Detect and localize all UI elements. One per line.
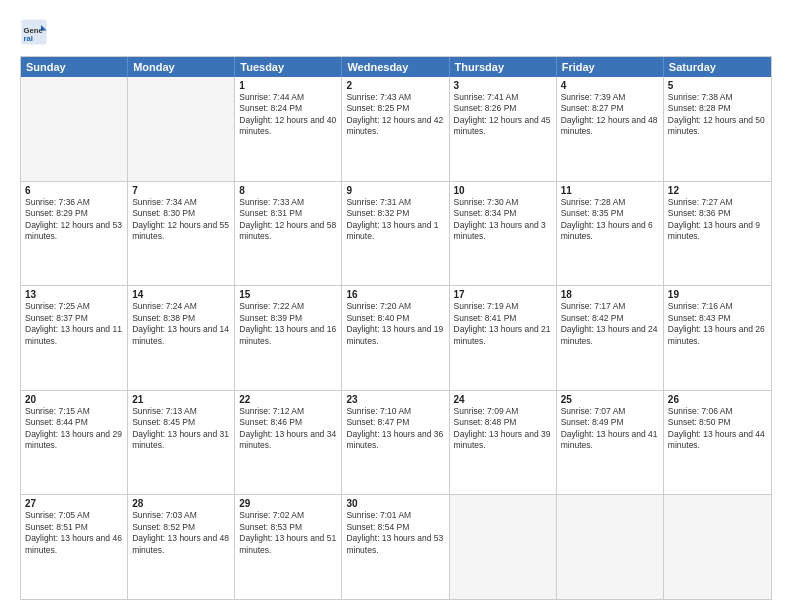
cal-cell: 10Sunrise: 7:30 AM Sunset: 8:34 PM Dayli… bbox=[450, 182, 557, 286]
day-number: 14 bbox=[132, 289, 230, 300]
cal-cell: 18Sunrise: 7:17 AM Sunset: 8:42 PM Dayli… bbox=[557, 286, 664, 390]
calendar-row-0: 1Sunrise: 7:44 AM Sunset: 8:24 PM Daylig… bbox=[21, 77, 771, 181]
cal-cell bbox=[128, 77, 235, 181]
cal-cell bbox=[21, 77, 128, 181]
cell-info: Sunrise: 7:25 AM Sunset: 8:37 PM Dayligh… bbox=[25, 301, 123, 347]
cal-cell: 30Sunrise: 7:01 AM Sunset: 8:54 PM Dayli… bbox=[342, 495, 449, 599]
cal-cell bbox=[557, 495, 664, 599]
calendar-row-4: 27Sunrise: 7:05 AM Sunset: 8:51 PM Dayli… bbox=[21, 494, 771, 599]
logo-icon: Gene ral bbox=[20, 18, 48, 46]
calendar-header-row: SundayMondayTuesdayWednesdayThursdayFrid… bbox=[21, 57, 771, 77]
cell-info: Sunrise: 7:16 AM Sunset: 8:43 PM Dayligh… bbox=[668, 301, 767, 347]
cal-cell: 23Sunrise: 7:10 AM Sunset: 8:47 PM Dayli… bbox=[342, 391, 449, 495]
cell-info: Sunrise: 7:12 AM Sunset: 8:46 PM Dayligh… bbox=[239, 406, 337, 452]
cal-cell: 14Sunrise: 7:24 AM Sunset: 8:38 PM Dayli… bbox=[128, 286, 235, 390]
cal-cell: 3Sunrise: 7:41 AM Sunset: 8:26 PM Daylig… bbox=[450, 77, 557, 181]
day-number: 2 bbox=[346, 80, 444, 91]
cell-info: Sunrise: 7:07 AM Sunset: 8:49 PM Dayligh… bbox=[561, 406, 659, 452]
cal-cell: 12Sunrise: 7:27 AM Sunset: 8:36 PM Dayli… bbox=[664, 182, 771, 286]
cell-info: Sunrise: 7:01 AM Sunset: 8:54 PM Dayligh… bbox=[346, 510, 444, 556]
calendar-body: 1Sunrise: 7:44 AM Sunset: 8:24 PM Daylig… bbox=[21, 77, 771, 599]
cal-cell: 22Sunrise: 7:12 AM Sunset: 8:46 PM Dayli… bbox=[235, 391, 342, 495]
cell-info: Sunrise: 7:39 AM Sunset: 8:27 PM Dayligh… bbox=[561, 92, 659, 138]
cal-cell: 28Sunrise: 7:03 AM Sunset: 8:52 PM Dayli… bbox=[128, 495, 235, 599]
cell-info: Sunrise: 7:33 AM Sunset: 8:31 PM Dayligh… bbox=[239, 197, 337, 243]
cell-info: Sunrise: 7:30 AM Sunset: 8:34 PM Dayligh… bbox=[454, 197, 552, 243]
header-day-friday: Friday bbox=[557, 57, 664, 77]
cal-cell: 11Sunrise: 7:28 AM Sunset: 8:35 PM Dayli… bbox=[557, 182, 664, 286]
cal-cell: 8Sunrise: 7:33 AM Sunset: 8:31 PM Daylig… bbox=[235, 182, 342, 286]
day-number: 24 bbox=[454, 394, 552, 405]
cell-info: Sunrise: 7:19 AM Sunset: 8:41 PM Dayligh… bbox=[454, 301, 552, 347]
day-number: 28 bbox=[132, 498, 230, 509]
cal-cell: 4Sunrise: 7:39 AM Sunset: 8:27 PM Daylig… bbox=[557, 77, 664, 181]
header-day-sunday: Sunday bbox=[21, 57, 128, 77]
svg-text:ral: ral bbox=[24, 34, 33, 43]
cal-cell bbox=[664, 495, 771, 599]
cal-cell: 20Sunrise: 7:15 AM Sunset: 8:44 PM Dayli… bbox=[21, 391, 128, 495]
cell-info: Sunrise: 7:22 AM Sunset: 8:39 PM Dayligh… bbox=[239, 301, 337, 347]
cal-cell: 2Sunrise: 7:43 AM Sunset: 8:25 PM Daylig… bbox=[342, 77, 449, 181]
cell-info: Sunrise: 7:09 AM Sunset: 8:48 PM Dayligh… bbox=[454, 406, 552, 452]
day-number: 4 bbox=[561, 80, 659, 91]
header-day-tuesday: Tuesday bbox=[235, 57, 342, 77]
cell-info: Sunrise: 7:24 AM Sunset: 8:38 PM Dayligh… bbox=[132, 301, 230, 347]
day-number: 12 bbox=[668, 185, 767, 196]
header-day-monday: Monday bbox=[128, 57, 235, 77]
cal-cell: 21Sunrise: 7:13 AM Sunset: 8:45 PM Dayli… bbox=[128, 391, 235, 495]
day-number: 8 bbox=[239, 185, 337, 196]
cell-info: Sunrise: 7:34 AM Sunset: 8:30 PM Dayligh… bbox=[132, 197, 230, 243]
day-number: 19 bbox=[668, 289, 767, 300]
cell-info: Sunrise: 7:27 AM Sunset: 8:36 PM Dayligh… bbox=[668, 197, 767, 243]
cell-info: Sunrise: 7:03 AM Sunset: 8:52 PM Dayligh… bbox=[132, 510, 230, 556]
cal-cell: 26Sunrise: 7:06 AM Sunset: 8:50 PM Dayli… bbox=[664, 391, 771, 495]
day-number: 11 bbox=[561, 185, 659, 196]
day-number: 6 bbox=[25, 185, 123, 196]
header: Gene ral bbox=[20, 18, 772, 46]
cal-cell: 19Sunrise: 7:16 AM Sunset: 8:43 PM Dayli… bbox=[664, 286, 771, 390]
cell-info: Sunrise: 7:28 AM Sunset: 8:35 PM Dayligh… bbox=[561, 197, 659, 243]
day-number: 29 bbox=[239, 498, 337, 509]
day-number: 23 bbox=[346, 394, 444, 405]
cal-cell: 13Sunrise: 7:25 AM Sunset: 8:37 PM Dayli… bbox=[21, 286, 128, 390]
cell-info: Sunrise: 7:38 AM Sunset: 8:28 PM Dayligh… bbox=[668, 92, 767, 138]
cal-cell: 16Sunrise: 7:20 AM Sunset: 8:40 PM Dayli… bbox=[342, 286, 449, 390]
day-number: 17 bbox=[454, 289, 552, 300]
day-number: 26 bbox=[668, 394, 767, 405]
calendar-row-2: 13Sunrise: 7:25 AM Sunset: 8:37 PM Dayli… bbox=[21, 285, 771, 390]
cell-info: Sunrise: 7:10 AM Sunset: 8:47 PM Dayligh… bbox=[346, 406, 444, 452]
header-day-thursday: Thursday bbox=[450, 57, 557, 77]
cal-cell bbox=[450, 495, 557, 599]
cell-info: Sunrise: 7:43 AM Sunset: 8:25 PM Dayligh… bbox=[346, 92, 444, 138]
cell-info: Sunrise: 7:05 AM Sunset: 8:51 PM Dayligh… bbox=[25, 510, 123, 556]
cal-cell: 24Sunrise: 7:09 AM Sunset: 8:48 PM Dayli… bbox=[450, 391, 557, 495]
day-number: 27 bbox=[25, 498, 123, 509]
cell-info: Sunrise: 7:31 AM Sunset: 8:32 PM Dayligh… bbox=[346, 197, 444, 243]
day-number: 21 bbox=[132, 394, 230, 405]
header-day-saturday: Saturday bbox=[664, 57, 771, 77]
page: Gene ral SundayMondayTuesdayWednesdayThu… bbox=[0, 0, 792, 612]
day-number: 25 bbox=[561, 394, 659, 405]
day-number: 1 bbox=[239, 80, 337, 91]
header-day-wednesday: Wednesday bbox=[342, 57, 449, 77]
logo: Gene ral bbox=[20, 18, 50, 46]
calendar-row-1: 6Sunrise: 7:36 AM Sunset: 8:29 PM Daylig… bbox=[21, 181, 771, 286]
day-number: 9 bbox=[346, 185, 444, 196]
cell-info: Sunrise: 7:20 AM Sunset: 8:40 PM Dayligh… bbox=[346, 301, 444, 347]
cell-info: Sunrise: 7:06 AM Sunset: 8:50 PM Dayligh… bbox=[668, 406, 767, 452]
day-number: 10 bbox=[454, 185, 552, 196]
cell-info: Sunrise: 7:36 AM Sunset: 8:29 PM Dayligh… bbox=[25, 197, 123, 243]
cell-info: Sunrise: 7:02 AM Sunset: 8:53 PM Dayligh… bbox=[239, 510, 337, 556]
cal-cell: 25Sunrise: 7:07 AM Sunset: 8:49 PM Dayli… bbox=[557, 391, 664, 495]
cell-info: Sunrise: 7:44 AM Sunset: 8:24 PM Dayligh… bbox=[239, 92, 337, 138]
cell-info: Sunrise: 7:41 AM Sunset: 8:26 PM Dayligh… bbox=[454, 92, 552, 138]
cell-info: Sunrise: 7:17 AM Sunset: 8:42 PM Dayligh… bbox=[561, 301, 659, 347]
day-number: 15 bbox=[239, 289, 337, 300]
day-number: 30 bbox=[346, 498, 444, 509]
cal-cell: 17Sunrise: 7:19 AM Sunset: 8:41 PM Dayli… bbox=[450, 286, 557, 390]
day-number: 13 bbox=[25, 289, 123, 300]
cal-cell: 7Sunrise: 7:34 AM Sunset: 8:30 PM Daylig… bbox=[128, 182, 235, 286]
cell-info: Sunrise: 7:15 AM Sunset: 8:44 PM Dayligh… bbox=[25, 406, 123, 452]
cell-info: Sunrise: 7:13 AM Sunset: 8:45 PM Dayligh… bbox=[132, 406, 230, 452]
cal-cell: 27Sunrise: 7:05 AM Sunset: 8:51 PM Dayli… bbox=[21, 495, 128, 599]
